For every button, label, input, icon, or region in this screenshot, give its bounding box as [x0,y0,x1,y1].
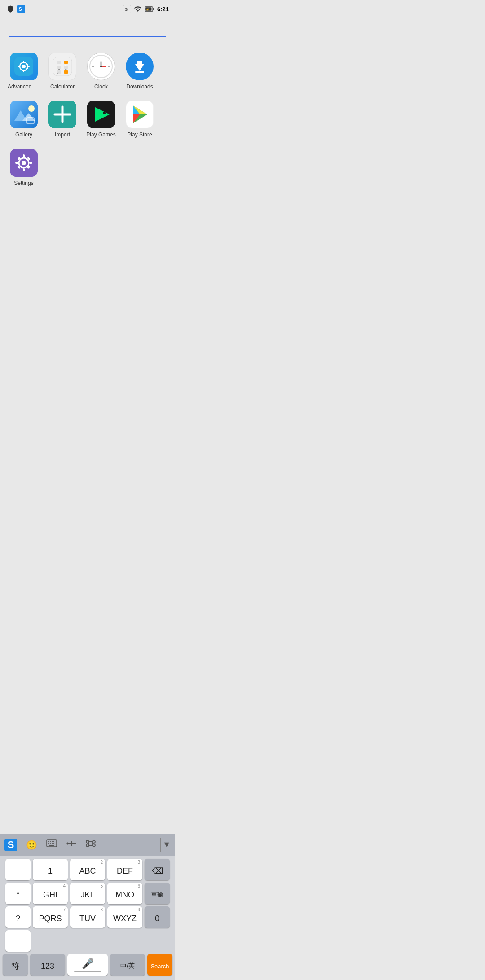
s-logo-left-icon: S [17,5,25,13]
toolbar-keyboard-icon[interactable] [46,839,57,850]
search-input[interactable] [9,23,166,37]
key-1[interactable]: 1 [33,859,68,880]
key-wxyz-label: WXYZ [113,914,137,923]
key-lang[interactable]: 中/英 [110,954,145,976]
key-degree[interactable]: ° [5,883,31,904]
key-8-num: 8 [100,908,103,912]
key-3-def[interactable]: 3 DEF [107,859,142,880]
key-reenter[interactable]: 重输 [145,883,170,904]
key-9-wxyz[interactable]: 9 WXYZ [107,906,142,928]
svg-rect-67 [48,841,49,842]
status-time: 6:21 [157,6,169,13]
toolbar-divider [160,838,161,852]
key-comma[interactable]: , [5,859,31,880]
status-bar: S S ⚡ 6:21 [0,0,175,16]
key-row-3: ? 7 PQRS 8 TUV 9 WXYZ 0 [1,906,174,928]
key-reenter-label: 重输 [151,891,163,899]
svg-rect-13 [18,66,20,67]
toolbar-command-icon[interactable] [86,839,96,851]
app-label-gallery: Gallery [15,131,32,138]
app-label-play-games: Play Games [86,131,115,138]
svg-rect-15 [53,57,72,76]
app-label-calculator: Calculator [50,83,75,90]
key-sym[interactable]: 符 [3,954,28,976]
key-7-pqrs[interactable]: 7 PQRS [33,906,68,928]
key-5-num: 5 [100,884,103,888]
app-icon-gallery [10,101,38,128]
app-item-calculator[interactable]: + - × = 0 = Calculator [45,52,80,90]
svg-text:S: S [125,7,128,12]
svg-rect-74 [53,843,54,844]
app-icon-downloads [126,52,154,80]
svg-rect-58 [23,154,25,158]
key-backspace[interactable]: ⌫ [145,859,170,880]
svg-point-10 [22,65,26,68]
toolbar-s-logo-icon[interactable]: S [4,839,17,851]
app-label-advanced-settings: Advanced Se... [8,83,40,90]
svg-point-50 [103,112,106,114]
app-icon-advanced-settings [10,52,38,80]
toolbar-items: S 🙂 [4,839,159,851]
app-item-play-store[interactable]: Play Store [122,101,157,138]
svg-rect-39 [135,71,144,73]
key-degree-label: ° [17,891,19,898]
svg-point-43 [28,105,35,112]
key-8-tuv[interactable]: 8 TUV [70,906,105,928]
key-lang-label: 中/英 [120,962,135,970]
key-row-4: ! [1,930,174,952]
key-4-ghi[interactable]: 4 GHI [33,883,68,904]
battery-icon: ⚡ [145,5,154,13]
toolbar-cursor-icon[interactable] [66,839,77,850]
app-item-advanced-settings[interactable]: Advanced Se... [6,52,41,90]
app-item-play-games[interactable]: Play Games [84,101,119,138]
s-icon-right: S [123,5,131,13]
svg-rect-75 [49,845,54,846]
svg-marker-77 [66,842,68,845]
search-bar-container [0,16,175,42]
app-item-gallery[interactable]: Gallery [6,101,41,138]
key-sym-label: 符 [11,961,19,971]
key-tuv-label: TUV [79,914,96,923]
svg-text:S: S [19,6,22,12]
app-icon-settings [10,149,38,177]
key-123[interactable]: 123 [30,954,65,976]
app-item-clock[interactable]: Clock [84,52,119,90]
svg-text:⚡: ⚡ [146,8,150,11]
shield-icon [6,5,14,13]
app-icon-play-games [87,101,115,128]
key-exclaim[interactable]: ! [5,930,31,952]
key-6-num: 6 [137,884,140,888]
app-label-downloads: Downloads [126,83,153,90]
svg-rect-71 [48,843,49,844]
key-jkl-label: JKL [80,890,94,900]
key-mic[interactable]: 🎤 [67,954,108,976]
status-right-icons: S ⚡ 6:21 [123,5,169,13]
svg-text:=: = [65,70,67,74]
key-row-1: , 1 2 ABC 3 DEF ⌫ [1,859,174,880]
svg-rect-6 [153,8,154,10]
toolbar-hide-button[interactable]: ▼ [163,840,171,849]
key-5-jkl[interactable]: 5 JKL [70,883,105,904]
key-2-abc[interactable]: 2 ABC [70,859,105,880]
app-item-settings[interactable]: Settings [6,149,41,186]
svg-rect-73 [52,843,53,844]
key-search-button[interactable]: Search [147,954,172,976]
svg-rect-72 [50,843,51,844]
app-item-downloads[interactable]: Downloads [122,52,157,90]
key-def-label: DEF [117,866,133,876]
key-3-num: 3 [137,860,140,865]
status-left-icons: S [6,5,25,13]
key-search-label: Search [150,963,169,970]
app-item-import[interactable]: Import [45,101,80,138]
key-question[interactable]: ? [5,906,31,928]
svg-rect-12 [23,70,24,72]
key-6-mno[interactable]: 6 MNO [107,883,142,904]
key-0[interactable]: 0 [145,906,170,928]
app-label-play-store: Play Store [127,131,152,138]
svg-rect-14 [27,66,30,67]
toolbar-emoji-icon[interactable]: 🙂 [26,840,37,850]
key-bottom-row: 符 123 🎤 中/英 Search [1,954,174,976]
svg-rect-69 [52,841,53,842]
key-7-num: 7 [63,908,66,912]
key-row-2: ° 4 GHI 5 JKL 6 MNO 重输 [1,883,174,904]
